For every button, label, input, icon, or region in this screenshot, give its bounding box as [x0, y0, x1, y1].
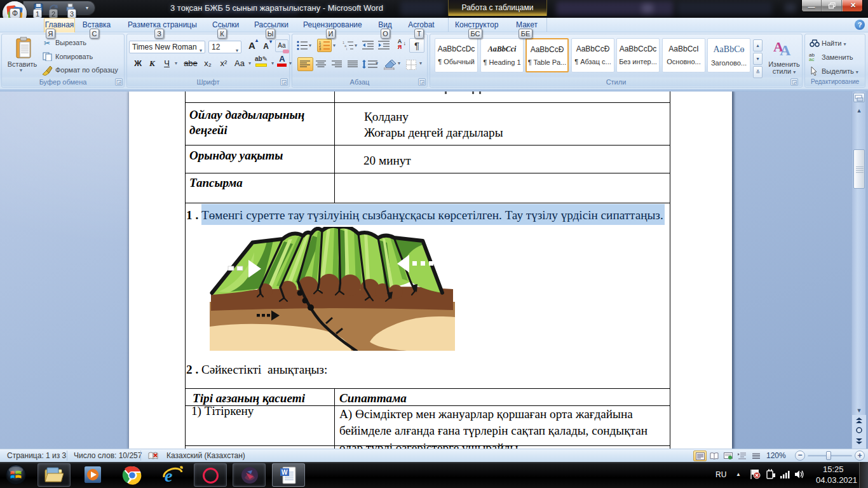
svg-text:A: A	[780, 42, 791, 57]
svg-text:i: i	[346, 47, 347, 50]
svg-text:W: W	[281, 469, 288, 476]
svg-text:3: 3	[319, 47, 321, 50]
